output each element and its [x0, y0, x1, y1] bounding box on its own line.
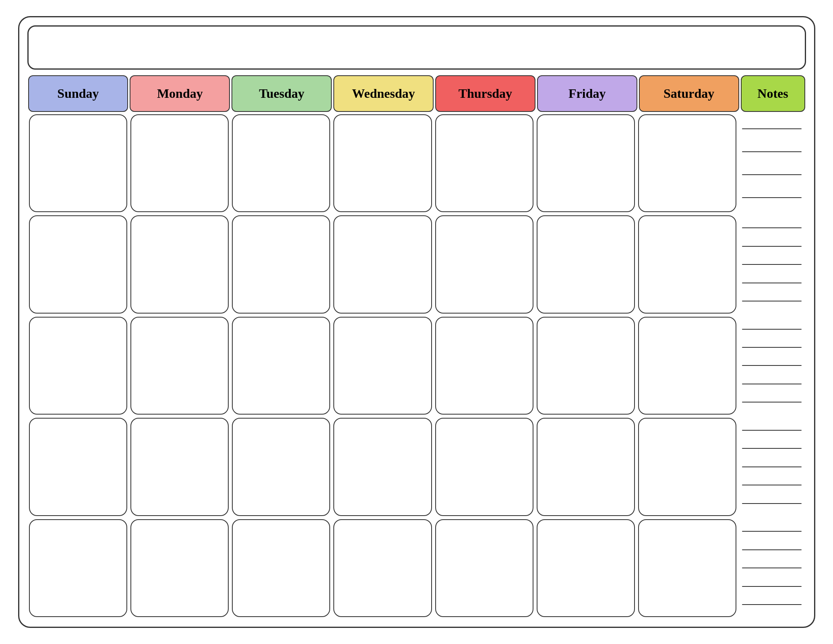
- cell-r5-sat[interactable]: [638, 519, 736, 617]
- calendar-body: [27, 113, 806, 619]
- cell-r1-mon[interactable]: [130, 114, 229, 212]
- notes-r2: [740, 215, 804, 313]
- note-line: [742, 329, 802, 330]
- header-saturday: Saturday: [639, 75, 739, 112]
- cell-r1-fri[interactable]: [537, 114, 635, 212]
- week-row-4: [27, 416, 806, 517]
- header-friday: Friday: [537, 75, 637, 112]
- cell-r3-sun[interactable]: [29, 317, 127, 415]
- header-tuesday: Tuesday: [232, 75, 332, 112]
- cell-r4-thu[interactable]: [435, 418, 533, 516]
- note-line: [742, 549, 802, 550]
- cell-r3-tue[interactable]: [232, 317, 330, 415]
- note-line: [742, 466, 802, 467]
- week-row-1: [27, 113, 806, 214]
- note-line: [742, 227, 802, 228]
- cell-r4-sun[interactable]: [29, 418, 127, 516]
- header-thursday: Thursday: [435, 75, 535, 112]
- note-line: [742, 197, 802, 198]
- cell-r5-tue[interactable]: [232, 519, 330, 617]
- cell-r1-thu[interactable]: [435, 114, 533, 212]
- note-line: [742, 402, 802, 402]
- note-line: [742, 384, 802, 384]
- note-line: [742, 531, 802, 532]
- note-line: [742, 128, 802, 129]
- cell-r5-thu[interactable]: [435, 519, 533, 617]
- cell-r5-wed[interactable]: [333, 519, 432, 617]
- notes-r5: [740, 519, 804, 617]
- note-line: [742, 586, 802, 587]
- header-row: Sunday Monday Tuesday Wednesday Thursday…: [27, 74, 806, 113]
- header-notes: Notes: [741, 75, 805, 112]
- cell-r2-fri[interactable]: [537, 215, 635, 313]
- cell-r2-wed[interactable]: [333, 215, 432, 313]
- week-row-2: [27, 214, 806, 315]
- notes-r1: [740, 114, 804, 212]
- calendar-grid: Sunday Monday Tuesday Wednesday Thursday…: [27, 74, 806, 619]
- cell-r1-wed[interactable]: [333, 114, 432, 212]
- note-line: [742, 246, 802, 247]
- note-line: [742, 503, 802, 504]
- note-line: [742, 264, 802, 265]
- note-line: [742, 485, 802, 485]
- cell-r1-sun[interactable]: [29, 114, 127, 212]
- cell-r4-tue[interactable]: [232, 418, 330, 516]
- cell-r3-sat[interactable]: [638, 317, 736, 415]
- cell-r2-sat[interactable]: [638, 215, 736, 313]
- note-line: [742, 151, 802, 152]
- note-line: [742, 347, 802, 348]
- header-wednesday: Wednesday: [333, 75, 434, 112]
- note-line: [742, 174, 802, 175]
- note-line: [742, 568, 802, 568]
- cell-r2-tue[interactable]: [232, 215, 330, 313]
- cell-r2-mon[interactable]: [130, 215, 229, 313]
- cell-r3-wed[interactable]: [333, 317, 432, 415]
- header-monday: Monday: [130, 75, 230, 112]
- cell-r3-fri[interactable]: [537, 317, 635, 415]
- week-row-5: [27, 518, 806, 619]
- cell-r1-tue[interactable]: [232, 114, 330, 212]
- cell-r4-mon[interactable]: [130, 418, 229, 516]
- cell-r2-thu[interactable]: [435, 215, 533, 313]
- title-bar[interactable]: [27, 25, 806, 70]
- notes-r4: [740, 418, 804, 516]
- cell-r4-sat[interactable]: [638, 418, 736, 516]
- note-line: [742, 430, 802, 431]
- note-line: [742, 604, 802, 605]
- cell-r5-sun[interactable]: [29, 519, 127, 617]
- note-line: [742, 301, 802, 301]
- note-line: [742, 365, 802, 366]
- header-sunday: Sunday: [28, 75, 128, 112]
- notes-r3: [740, 317, 804, 415]
- cell-r4-wed[interactable]: [333, 418, 432, 516]
- note-line: [742, 448, 802, 449]
- cell-r4-fri[interactable]: [537, 418, 635, 516]
- cell-r2-sun[interactable]: [29, 215, 127, 313]
- cell-r1-sat[interactable]: [638, 114, 736, 212]
- cell-r3-thu[interactable]: [435, 317, 533, 415]
- calendar-wrapper: Sunday Monday Tuesday Wednesday Thursday…: [18, 16, 815, 628]
- cell-r5-mon[interactable]: [130, 519, 229, 617]
- note-line: [742, 283, 802, 283]
- cell-r3-mon[interactable]: [130, 317, 229, 415]
- cell-r5-fri[interactable]: [537, 519, 635, 617]
- week-row-3: [27, 315, 806, 416]
